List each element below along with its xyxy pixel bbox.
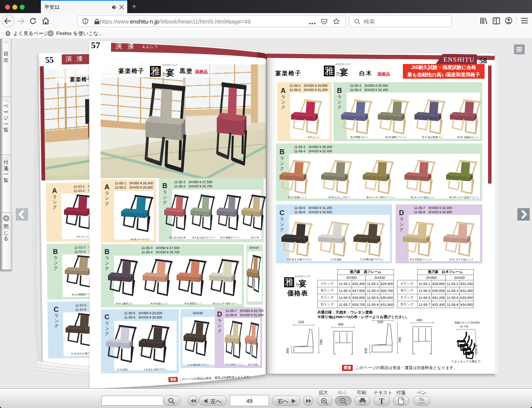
svg-text:スタッキング４脚まで: スタッキング４脚まで: [451, 360, 481, 363]
svg-text:485: 485: [338, 322, 343, 326]
svg-text:約 1020: 約 1020: [475, 345, 478, 354]
svg-text:525: 525: [298, 320, 304, 324]
svg-text:約 730: 約 730: [460, 325, 468, 328]
svg-text:780: 780: [398, 337, 402, 343]
svg-text:530: 530: [377, 320, 383, 324]
svg-text:700: 700: [319, 339, 323, 345]
svg-text:490: 490: [416, 319, 422, 322]
svg-text:430: 430: [364, 348, 368, 354]
svg-text:350: 350: [286, 348, 290, 354]
svg-text:積重のサイズ (SH350): 積重のサイズ (SH350): [455, 321, 480, 324]
